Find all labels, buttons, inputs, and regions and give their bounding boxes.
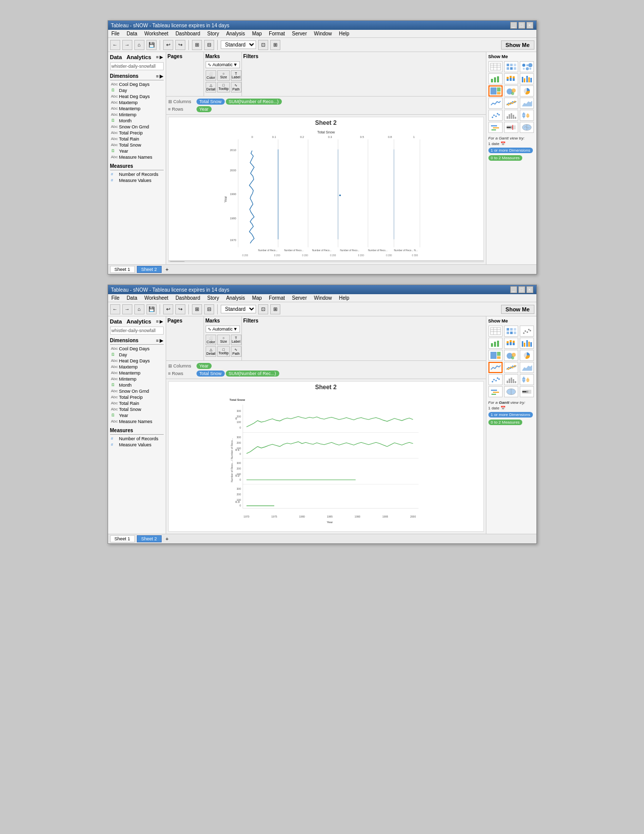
data-tab[interactable]: Data — [110, 54, 122, 60]
menu2-data[interactable]: Data — [125, 295, 139, 301]
show-me-side-by-side-bar[interactable] — [520, 73, 534, 84]
data-tab-2[interactable]: Data — [110, 318, 122, 325]
show-me-text-tables[interactable] — [488, 61, 503, 72]
menu2-dashboard[interactable]: Dashboard — [174, 295, 202, 301]
dim-total-precip[interactable]: Abc Total Precip — [110, 130, 164, 136]
dim-total-snow[interactable]: Abc Total Snow — [110, 142, 164, 148]
menu2-worksheet[interactable]: Worksheet — [143, 295, 170, 301]
sheet1-tab-2[interactable]: Sheet 1 — [110, 535, 135, 542]
show-me-button-2[interactable]: Show Me — [501, 305, 534, 314]
dim-month[interactable]: 🗓 Month — [110, 118, 164, 124]
connect-btn-2[interactable]: ⊟ — [204, 304, 214, 314]
col-pill-total-snow[interactable]: Total Snow — [196, 99, 225, 105]
show-me-heat-map[interactable] — [504, 61, 518, 72]
redo-btn-2[interactable]: ↪ — [175, 304, 185, 314]
new-sheet-btn-2[interactable]: + — [164, 535, 171, 542]
dim2-year[interactable]: 🗓 Year — [110, 412, 164, 419]
detail-btn[interactable]: △ Detail — [206, 82, 217, 92]
new-datasource-btn[interactable]: ⊞ — [192, 40, 202, 50]
sheet1-tab[interactable]: Sheet 1 — [110, 266, 135, 273]
menu2-map[interactable]: Map — [251, 295, 263, 301]
dimensions-options[interactable]: ≡ ▶ — [156, 74, 164, 79]
color-btn-2[interactable]: ⬜ Color — [206, 335, 217, 345]
menu-format[interactable]: Format — [267, 30, 286, 37]
measure2-values[interactable]: # Measure Values — [110, 442, 164, 448]
undo-btn[interactable]: ↩ — [163, 40, 173, 50]
show-me-button-1[interactable]: Show Me — [501, 40, 534, 50]
size-btn-2[interactable]: ○ Size — [217, 335, 229, 345]
dim-maxtemp[interactable]: Abc Maxtemp — [110, 100, 164, 106]
row-pill-year[interactable]: Year — [196, 106, 212, 112]
dim-cool-deg-days[interactable]: Abc Cool Deg Days — [110, 81, 164, 87]
menu-worksheet[interactable]: Worksheet — [143, 30, 170, 37]
menu2-story[interactable]: Story — [206, 295, 220, 301]
show-me2-gantt[interactable] — [488, 386, 503, 397]
fit-btn[interactable]: ⊡ — [258, 40, 268, 50]
dim2-cool-deg-days[interactable]: Abc Cool Deg Days — [110, 346, 164, 352]
measure-records[interactable]: # Number of Records — [110, 171, 164, 177]
dim2-total-precip[interactable]: Abc Total Precip — [110, 394, 164, 400]
show-me-stacked-bar[interactable] — [504, 73, 518, 84]
dimensions-options-2[interactable]: ≡ ▶ — [156, 338, 164, 343]
menu2-window[interactable]: Window — [312, 295, 333, 301]
show-me-map[interactable] — [520, 122, 534, 133]
back-btn[interactable]: ← — [110, 40, 120, 50]
dim2-meantemp[interactable]: Abc Meantemp — [110, 370, 164, 376]
dim2-measure-names[interactable]: Abc Measure Names — [110, 419, 164, 425]
standard-dropdown[interactable]: Standard — [221, 40, 256, 49]
standard-dropdown-2[interactable]: Standard — [221, 305, 256, 313]
save-btn-2[interactable]: 💾 — [146, 304, 157, 314]
panel-options[interactable]: ≡ ▶ — [156, 55, 164, 60]
menu-server[interactable]: Server — [290, 30, 308, 37]
row-pill-total-snow[interactable]: Total Snow — [196, 370, 225, 377]
show-me2-dual-line[interactable] — [504, 362, 518, 373]
dim-year[interactable]: 🗓 Year — [110, 148, 164, 154]
menu-dashboard[interactable]: Dashboard — [174, 30, 202, 37]
menu-analysis[interactable]: Analysis — [225, 30, 246, 37]
menu-window[interactable]: Window — [312, 30, 333, 37]
menu-help[interactable]: Help — [337, 30, 351, 37]
show-me-area-chart[interactable] — [520, 98, 534, 109]
new-sheet-btn[interactable]: + — [164, 266, 171, 273]
marks-type-dropdown[interactable]: ∿ Automatic ▼ — [206, 61, 240, 68]
dim-meantemp[interactable]: Abc Meantemp — [110, 106, 164, 112]
close-btn-1[interactable]: × — [526, 22, 533, 29]
show-me2-pie[interactable] — [520, 350, 534, 361]
menu2-file[interactable]: File — [110, 295, 121, 301]
sheet2-tab[interactable]: Sheet 2 — [137, 266, 162, 273]
measure2-records[interactable]: # Number of Records — [110, 436, 164, 442]
datasource-label[interactable]: whistler-daily-snowfall — [110, 62, 164, 70]
path-btn[interactable]: ∿ Path — [231, 82, 241, 92]
analytics-tab[interactable]: Analytics — [127, 54, 152, 60]
minimize-btn-1[interactable]: _ — [510, 22, 517, 29]
analytics-tab-2[interactable]: Analytics — [127, 318, 152, 325]
dim2-heat-deg-days[interactable]: Abc Heat Deg Days — [110, 358, 164, 364]
panel-options-2[interactable]: ≡ ▶ — [156, 319, 164, 324]
forward-btn[interactable]: → — [122, 40, 132, 50]
show-me-highlight-table[interactable] — [520, 61, 534, 72]
show-me2-bubbles[interactable] — [504, 350, 518, 361]
color-btn[interactable]: ⬜ Color — [206, 70, 217, 81]
show-me-pie-chart[interactable] — [520, 85, 534, 97]
forward-btn-2[interactable]: → — [122, 304, 132, 314]
show-me-bar-chart[interactable] — [488, 73, 503, 84]
datasource-label-2[interactable]: whistler-daily-snowfall — [110, 327, 164, 335]
label-btn-2[interactable]: T Label — [231, 335, 241, 345]
dim2-maxtemp[interactable]: Abc Maxtemp — [110, 364, 164, 370]
show-me2-line[interactable] — [488, 362, 503, 373]
close-btn-2[interactable]: × — [526, 286, 533, 293]
show-me2-text-tables[interactable] — [488, 326, 503, 337]
show-me-scatter[interactable] — [488, 110, 503, 121]
show-me-packed-bubbles[interactable] — [504, 85, 518, 97]
show-me2-scatter[interactable] — [520, 326, 534, 337]
dim-heat-deg-days[interactable]: Abc Heat Deg Days — [110, 94, 164, 100]
undo-btn-2[interactable]: ↩ — [163, 304, 173, 314]
present-btn[interactable]: ⊞ — [270, 40, 280, 50]
present-btn-2[interactable]: ⊞ — [270, 304, 280, 314]
col-pill-year[interactable]: Year — [196, 363, 212, 369]
maximize-btn-1[interactable]: □ — [518, 22, 525, 29]
menu2-format[interactable]: Format — [267, 295, 286, 301]
home-btn[interactable]: ⌂ — [134, 40, 144, 50]
menu-story[interactable]: Story — [206, 30, 220, 37]
home-btn-2[interactable]: ⌂ — [134, 304, 144, 314]
